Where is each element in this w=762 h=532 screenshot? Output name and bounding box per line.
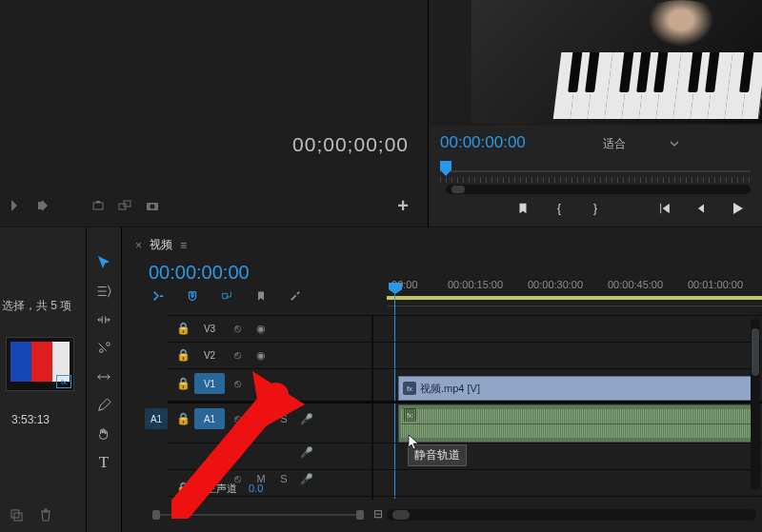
lock-icon[interactable]: 🔒 [171, 482, 194, 495]
timeline-vertical-scrollbar[interactable] [751, 319, 760, 490]
magnet-icon[interactable] [185, 288, 200, 304]
master-track[interactable]: 🔒 主声道 0.0 [171, 477, 263, 500]
svg-rect-6 [11, 510, 19, 518]
project-panel: 选择，共 5 项 fx 3:53:13 [0, 227, 87, 532]
mute-button[interactable]: M [250, 413, 272, 424]
settings-icon[interactable] [288, 288, 303, 304]
snap-icon[interactable] [150, 288, 166, 304]
ripple-edit-tool-icon[interactable] [91, 307, 116, 332]
track-v3[interactable]: 🔒 V3 ⎋ ◉ [145, 315, 762, 342]
zoom-fit-label: 适合 [603, 136, 626, 152]
insert-icon[interactable] [10, 198, 25, 213]
fx-badge-icon[interactable]: fx [403, 382, 416, 395]
new-item-icon[interactable] [10, 507, 25, 522]
lock-icon[interactable]: 🔒 [171, 348, 194, 362]
program-timecode[interactable]: 00:00:00:00 [440, 133, 526, 152]
tooltip: 静音轨道 [408, 444, 467, 466]
scrub-playhead[interactable] [440, 161, 451, 176]
track-label[interactable]: V1 [194, 373, 225, 394]
program-video[interactable] [471, 0, 762, 124]
timeline-timecode[interactable]: 00:00:00:00 [149, 262, 250, 284]
marker-icon[interactable] [253, 288, 269, 304]
sync-lock-icon[interactable]: ⎋ [225, 377, 250, 390]
program-monitor-panel: 00:00:00:00 适合 { } [429, 0, 762, 227]
timeline-panel: × 视频 ≡ 00:00:00:00 :00:00 00:00:15:00 00… [122, 227, 762, 532]
zoom-knob-right[interactable] [356, 510, 364, 520]
zoom-fit-dropdown[interactable]: 适合 [595, 133, 687, 154]
source-lower-icons [10, 198, 160, 213]
sync-lock-icon[interactable]: ⎋ [225, 348, 250, 362]
scrollbar-thumb[interactable] [752, 328, 759, 376]
scrollbar-thumb[interactable] [451, 186, 465, 193]
hand-image [624, 0, 738, 67]
svg-rect-7 [14, 513, 22, 521]
sequence-tab[interactable]: × 视频 ≡ [135, 237, 187, 253]
mark-close-icon[interactable]: } [587, 200, 604, 217]
step-back-icon[interactable] [692, 200, 710, 217]
solo-button[interactable]: S [272, 473, 295, 484]
export-frame-icon[interactable] [91, 198, 107, 213]
video-clip[interactable]: fx 视频.mp4 [V] [398, 376, 760, 401]
add-button[interactable]: + [397, 195, 409, 217]
voice-record-icon[interactable]: 🎤 [295, 446, 318, 459]
source-monitor-panel: 00;00;00;00 + [0, 0, 429, 227]
mark-in-icon[interactable] [514, 200, 531, 217]
linked-selection-icon[interactable] [219, 288, 234, 304]
type-tool-icon[interactable]: T [91, 450, 116, 475]
eye-icon[interactable]: ◉ [250, 323, 272, 335]
export-frame2-icon[interactable] [118, 198, 133, 213]
master-label: 主声道 [206, 482, 237, 496]
go-to-in-icon[interactable] [656, 200, 673, 217]
source-timecode[interactable]: 00;00;00;00 [292, 133, 409, 156]
razor-tool-icon[interactable] [91, 336, 116, 361]
audio-clip[interactable]: fx [398, 404, 760, 443]
tools-panel: T [87, 227, 122, 532]
timeline-ruler[interactable]: :00:00 00:00:15:00 00:00:30:00 00:00:45:… [387, 273, 762, 311]
track-label[interactable]: A1 [194, 408, 225, 429]
timeline-header-tools [150, 288, 303, 304]
program-scrubber[interactable] [440, 164, 751, 179]
voice-record-icon[interactable]: 🎤 [295, 413, 318, 425]
project-thumbnail[interactable]: fx [6, 337, 74, 391]
ruler-label: 00:00:15:00 [448, 279, 503, 290]
track-v2[interactable]: 🔒 V2 ⎋ ◉ [145, 342, 762, 368]
timeline-zoom-slider[interactable] [149, 509, 368, 521]
source-target[interactable]: A1 [145, 408, 168, 429]
program-transport: { } [514, 200, 746, 217]
lock-icon[interactable]: 🔒 [171, 412, 194, 425]
track-select-tool-icon[interactable] [91, 279, 116, 304]
scrollbar-thumb[interactable] [392, 510, 410, 520]
slip-tool-icon[interactable] [91, 365, 116, 389]
ruler-label: 00:01:00:00 [688, 279, 743, 290]
program-scrollbar[interactable] [446, 185, 751, 194]
work-area-bar[interactable] [387, 296, 762, 300]
zoom-out-icon[interactable]: ⊟ [373, 507, 383, 521]
tab-close-icon[interactable]: × [135, 239, 142, 252]
thumbnail-badge: fx [56, 375, 71, 388]
waveform [401, 409, 757, 438]
solo-button[interactable]: S [272, 413, 295, 424]
eye-icon[interactable]: ◉ [250, 378, 272, 390]
lock-icon[interactable]: 🔒 [171, 322, 194, 335]
master-value[interactable]: 0.0 [249, 483, 263, 494]
timeline-horizontal-scrollbar[interactable] [387, 509, 756, 521]
sync-lock-icon[interactable]: ⎋ [225, 412, 250, 425]
zoom-knob-left[interactable] [152, 510, 160, 520]
pen-tool-icon[interactable] [91, 393, 116, 418]
lock-icon[interactable]: 🔒 [171, 377, 194, 390]
voice-record-icon[interactable]: 🎤 [295, 473, 318, 485]
eye-icon[interactable]: ◉ [250, 349, 272, 362]
hand-tool-icon[interactable] [91, 422, 116, 446]
mark-open-icon[interactable]: { [551, 200, 568, 217]
svg-rect-0 [93, 203, 103, 209]
camera-icon[interactable] [145, 198, 160, 213]
overwrite-icon[interactable] [36, 198, 51, 213]
tab-menu-icon[interactable]: ≡ [180, 239, 187, 252]
track-label[interactable]: V3 [194, 318, 225, 339]
selection-tool-icon[interactable] [91, 250, 116, 275]
sync-lock-icon[interactable]: ⎋ [225, 322, 250, 335]
track-label[interactable]: V2 [194, 345, 225, 365]
sync-lock-icon[interactable]: ⎋ [225, 445, 250, 459]
trash-icon[interactable] [38, 507, 53, 522]
play-icon[interactable] [729, 200, 746, 217]
